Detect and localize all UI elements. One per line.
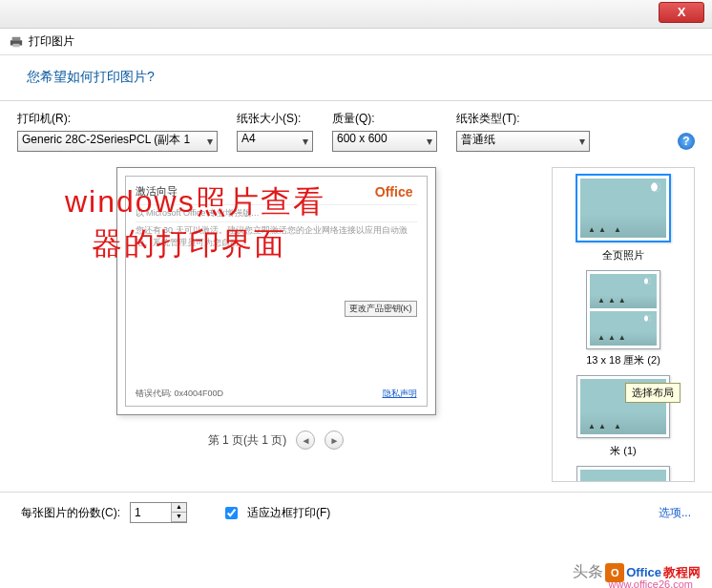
preview-page: Office 激活向导 以 Microsoft Office 专业增强版… 您还…: [116, 167, 436, 415]
spin-down-icon[interactable]: ▼: [171, 513, 186, 522]
paper-size-select[interactable]: A4: [237, 131, 313, 152]
question-heading: 您希望如何打印图片?: [0, 55, 712, 101]
layout-item-13x18[interactable]: ▲▲▲ ▲▲▲ 13 x 18 厘米 (2): [586, 270, 660, 368]
window-title: 打印图片: [29, 33, 74, 50]
quality-select[interactable]: 600 x 600: [332, 131, 437, 152]
controls-row: 打印机(R): Generic 28C-2SeriesPCL (副本 1 纸张大…: [0, 101, 712, 158]
svg-rect-2: [13, 43, 20, 47]
pager-text: 第 1 页(共 1 页): [208, 432, 287, 449]
watermark-office: Office: [626, 565, 661, 579]
watermark-head: 头条: [573, 562, 603, 582]
layout-panel[interactable]: ▲▲ ▲ 全页照片 ▲▲▲ ▲▲▲ 13 x 18 厘米 (2) ▲▲ ▲ 米 …: [552, 167, 695, 482]
next-page-button[interactable]: ►: [325, 430, 344, 450]
printer-select[interactable]: Generic 28C-2SeriesPCL (副本 1: [17, 131, 218, 152]
printer-label: 打印机(R):: [17, 111, 218, 127]
close-button[interactable]: X: [659, 2, 704, 23]
window-title-row: 打印图片: [0, 29, 712, 55]
preview-content: Office 激活向导 以 Microsoft Office 专业增强版… 您还…: [125, 176, 428, 407]
paper-type-select[interactable]: 普通纸: [456, 131, 590, 152]
preview-pane: Office 激活向导 以 Microsoft Office 专业增强版… 您还…: [17, 167, 534, 482]
paper-size-group: 纸张大小(S): A4: [237, 111, 313, 152]
help-icon[interactable]: ?: [678, 133, 695, 150]
layout-thumb-13x18[interactable]: ▲▲▲ ▲▲▲: [586, 270, 660, 349]
layout-tooltip: 选择布局: [625, 383, 681, 403]
main-area: Office 激活向导 以 Microsoft Office 专业增强版… 您还…: [0, 158, 712, 492]
layout-item-partial[interactable]: [576, 466, 670, 482]
paper-type-group: 纸张类型(T): 普通纸: [456, 111, 590, 152]
preview-error-code: 错误代码: 0x4004F00D: [136, 388, 224, 400]
printer-group: 打印机(R): Generic 28C-2SeriesPCL (副本 1: [17, 111, 218, 152]
fit-frame-checkbox[interactable]: [225, 507, 238, 519]
layout-label: 米 (1): [576, 444, 670, 458]
spinner-buttons[interactable]: ▲▼: [171, 503, 186, 522]
svg-rect-0: [12, 36, 21, 40]
printer-icon: [10, 35, 23, 49]
titlebar: X: [0, 0, 712, 29]
copies-value: 1: [135, 506, 141, 519]
layout-label: 全页照片: [576, 248, 671, 262]
office-badge: Office: [375, 184, 413, 200]
layout-item-full[interactable]: ▲▲ ▲ 全页照片: [576, 174, 671, 262]
spin-up-icon[interactable]: ▲: [171, 503, 186, 513]
layout-thumb-full[interactable]: ▲▲ ▲: [576, 174, 671, 242]
copies-label: 每张图片的份数(C):: [21, 505, 120, 521]
paper-type-label: 纸张类型(T):: [456, 111, 590, 127]
prev-page-button[interactable]: ◄: [296, 430, 315, 450]
watermark-url: www.office26.com: [609, 578, 693, 588]
layout-thumb-partial[interactable]: [576, 466, 670, 482]
paper-size-label: 纸张大小(S):: [237, 111, 313, 127]
preview-change-key-button: 更改产品密钥(K): [345, 301, 417, 317]
copies-spinner[interactable]: 1 ▲▼: [130, 502, 187, 523]
preview-line: 以 Microsoft Office 专业增强版…: [136, 204, 417, 220]
preview-line: 您还有 30 天可以激活。建议您立即激活您的企业网络连接以应用自动激活。系统管理…: [136, 221, 417, 249]
fit-frame-label: 适应边框打印(F): [247, 505, 330, 521]
layout-label: 13 x 18 厘米 (2): [586, 353, 660, 368]
pager: 第 1 页(共 1 页) ◄ ►: [17, 430, 534, 450]
quality-group: 质量(Q): 600 x 600: [332, 111, 437, 152]
options-link[interactable]: 选项...: [659, 505, 691, 521]
preview-privacy-link: 隐私声明: [383, 388, 417, 400]
bottom-bar: 每张图片的份数(C): 1 ▲▼ 适应边框打印(F) 选项...: [0, 492, 712, 533]
quality-label: 质量(Q):: [332, 111, 437, 127]
